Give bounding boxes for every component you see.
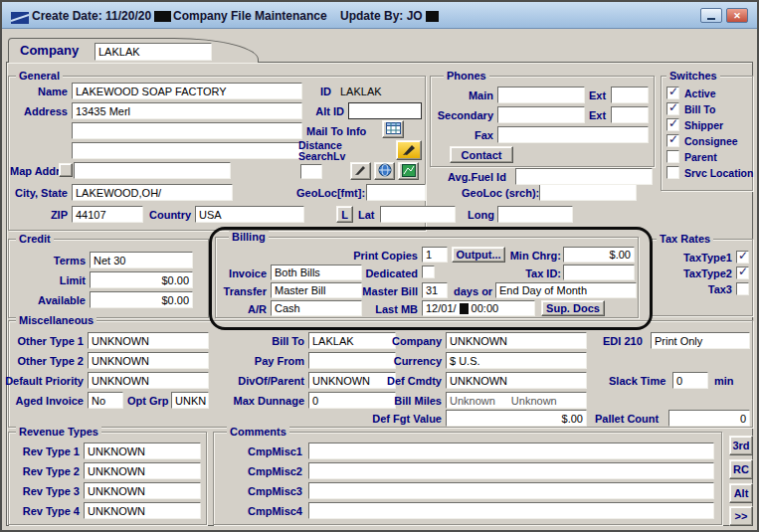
master-bill-label: Master Bill [350,285,418,298]
map-addr-field[interactable] [74,162,231,179]
contact-button[interactable]: Contact [450,146,513,163]
phones-legend: Phones [444,70,489,82]
max-dunnage-field[interactable]: 0 [308,392,396,409]
avg-fuel-field[interactable] [515,168,653,185]
alt-id-field[interactable] [348,102,422,119]
address-field[interactable]: 13435 Merl [72,102,302,119]
transfer-field[interactable]: Master Bill [271,282,362,298]
address2-field[interactable] [72,122,302,139]
terms-field[interactable]: Net 30 [90,252,193,268]
available-field[interactable]: $0.00 [90,291,193,308]
last-mb-field[interactable]: 12/01/ 00:00 [422,300,535,316]
active-checkbox[interactable] [666,87,679,99]
default-priority-field[interactable]: UNKNOWN [88,372,209,389]
minimize-button[interactable] [700,8,722,23]
limit-field[interactable]: $0.00 [90,271,193,288]
ext2-field[interactable] [611,106,649,123]
divof-parent-label: DivOf/Parent [235,375,304,388]
rev-type-2-label: Rev Type 2 [8,465,80,478]
locate-button[interactable]: L [336,206,353,223]
srvc-location-checkbox[interactable] [666,166,679,179]
cmpmisc1-label: CmpMisc1 [239,445,302,458]
opt-grp-field[interactable]: UNKN [171,392,209,409]
more-button[interactable]: >> [729,506,753,526]
switches-legend: Switches [666,70,720,82]
geoloc-srch-field[interactable] [539,184,637,201]
tax3-checkbox[interactable] [736,282,749,295]
bill-miles-field[interactable]: Unknown Unknown [446,392,587,409]
invoice-field[interactable]: Both Bills [271,265,362,280]
redacted-text [426,11,439,22]
pallet-count-field[interactable]: 0 [668,410,750,427]
cmpmisc3-field[interactable] [308,482,714,499]
long-label: Long [468,209,494,222]
alt-button[interactable]: Alt [729,483,753,503]
cmpmisc1-field[interactable] [308,443,714,459]
fax-field[interactable] [497,126,649,143]
company-id-field[interactable]: LAKLAK [95,43,212,61]
geoloc-fmt-field[interactable] [366,184,426,201]
month-end-field[interactable]: End Day of Month [495,282,637,298]
lat-field[interactable] [380,206,456,223]
ext-field[interactable] [611,87,649,103]
parent-checkbox[interactable] [666,150,679,163]
mail-to-info-label: Mail To Info [306,125,366,138]
rev-type-4-field[interactable]: UNKNOWN [84,502,201,519]
cmpmisc2-field[interactable] [308,462,714,479]
secondary-phone-field[interactable] [497,106,585,123]
map-addr-button[interactable] [59,163,73,177]
shipper-label: Shipper [684,119,723,132]
ar-field[interactable]: Cash [271,300,362,316]
active-label: Active [684,88,716,100]
other-type-1-field[interactable]: UNKNOWN [88,332,209,349]
misc-company-field[interactable]: UNKNOWN [446,332,587,349]
master-bill-field[interactable]: 31 [422,282,448,298]
signature-icon-button[interactable] [396,140,422,160]
terms-label: Terms [8,255,86,267]
city-state-field[interactable]: LAKEWOOD,OH/ [72,184,233,201]
default-priority-label: Default Priority [0,375,84,388]
route-miles-icon-button[interactable] [398,162,419,180]
other-type-2-field[interactable]: UNKNOWN [88,352,209,369]
def-fgt-value-field[interactable]: $.00 [446,410,587,427]
edi-210-field[interactable]: Print Only [651,332,750,349]
consignee-checkbox[interactable] [666,134,679,147]
tax-id-field[interactable] [563,265,635,280]
bill-to-checkbox[interactable] [666,102,679,115]
divof-parent-field[interactable]: UNKNOWN [308,372,396,389]
close-button[interactable]: ✕ [726,8,748,23]
name-field[interactable]: LAKEWOOD SOAP FACTORY [72,83,302,99]
cmpmisc4-field[interactable] [308,502,714,519]
rev-type-3-field[interactable]: UNKNOWN [84,482,201,499]
long-field[interactable] [497,206,573,223]
print-copies-field[interactable]: 1 [422,247,448,263]
misc-bill-to-field[interactable]: LAKLAK [308,332,396,349]
zip-field[interactable]: 44107 [72,206,143,223]
def-cmdty-field[interactable]: UNKNOWN [446,372,587,389]
sup-docs-button[interactable]: Sup. Docs [541,300,605,316]
country-field[interactable]: USA [195,206,304,223]
slack-time-field[interactable]: 0 [672,372,708,389]
aged-invoice-field[interactable]: No [88,392,123,409]
searchlv-field[interactable] [300,164,322,179]
taxtype2-checkbox[interactable] [736,266,749,279]
taxtype1-checkbox[interactable] [736,251,749,264]
shipper-checkbox[interactable] [666,118,679,131]
minimize-icon [707,18,715,20]
globe-icon-button[interactable] [374,162,395,180]
secondary-phone-label: Secondary [434,109,493,122]
rev-type-1-field[interactable]: UNKNOWN [84,443,201,459]
address3-field[interactable] [72,142,302,159]
min-chrg-field[interactable]: $.00 [563,247,635,263]
rc-button[interactable]: RC [729,459,753,479]
output-button[interactable]: Output... [452,247,505,263]
main-phone-field[interactable] [497,87,585,103]
third-party-button[interactable]: 3rd [729,436,753,455]
dedicated-checkbox[interactable] [422,266,435,278]
title-bar[interactable]: Create Date: 11/20/20 Company File Maint… [2,2,757,29]
rev-type-2-field[interactable]: UNKNOWN [84,462,201,479]
edit-pen-icon-button[interactable] [350,162,371,180]
mail-to-info-icon-button[interactable] [382,120,404,138]
currency-field[interactable]: $ U.S. [446,352,587,369]
pay-from-field[interactable] [308,352,396,369]
